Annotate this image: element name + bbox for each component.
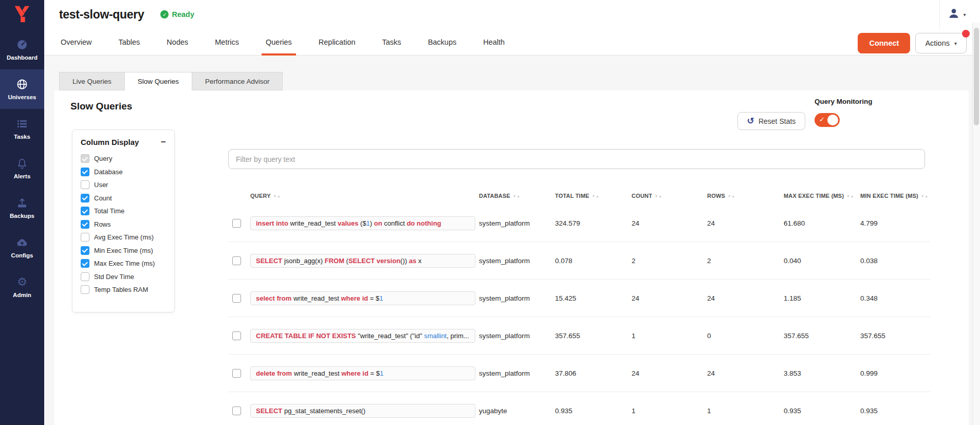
table-column-header[interactable]: MAX EXEC TIME (MS) ▼▲	[784, 193, 860, 199]
queries-subtab[interactable]: Live Queries	[59, 72, 125, 90]
cloud-upload-icon	[16, 236, 28, 249]
checkbox[interactable]	[81, 207, 89, 215]
universe-tab[interactable]: Tables	[105, 29, 153, 55]
sidebar-item-dashboard[interactable]: Dashboard	[0, 30, 44, 69]
table-column-header[interactable]: DATABASE ▼▲	[479, 193, 555, 199]
table-column-header[interactable]: COUNT ▼▲	[632, 193, 707, 199]
universe-tab[interactable]: Backups	[415, 29, 470, 55]
universe-tab[interactable]: Metrics	[201, 29, 252, 55]
sql-token: 1	[366, 219, 370, 227]
query-text-box[interactable]: select from write_read_test where id = $…	[250, 291, 475, 305]
universe-tab[interactable]: Queries	[252, 29, 305, 55]
actions-button[interactable]: Actions ▾	[915, 33, 967, 53]
checkbox[interactable]	[81, 180, 89, 189]
sidebar-item-backups[interactable]: Backups	[0, 188, 44, 228]
sql-token: where id	[341, 294, 369, 302]
row-checkbox[interactable]	[232, 219, 241, 228]
universe-tab[interactable]: Nodes	[153, 29, 201, 55]
cell-query: SELECT jsonb_agg(x) FROM (SELECT version…	[250, 254, 479, 268]
list-icon	[16, 118, 28, 130]
column-display-option[interactable]: Min Exec Time (ms)	[72, 244, 174, 257]
sidebar-item-configs[interactable]: Configs	[0, 228, 44, 267]
table-column-header[interactable]: TOTAL TIME ▼▲	[555, 193, 632, 199]
cell-max-exec-time: 3.853	[784, 369, 860, 377]
universe-tab[interactable]: Overview	[47, 29, 105, 55]
query-text-box[interactable]: CREATE TABLE IF NOT EXISTS "write_read_t…	[250, 329, 475, 343]
column-display-option[interactable]: Avg Exec Time (ms)	[72, 231, 174, 244]
checkbox[interactable]	[81, 154, 89, 163]
cell-min-exec-time: 0.038	[860, 257, 930, 265]
table-column-header[interactable]: ROWS ▼▲	[707, 193, 784, 199]
scrollbar-thumb[interactable]	[974, 28, 979, 125]
row-checkbox[interactable]	[232, 406, 241, 415]
column-display-option[interactable]: Temp Tables RAM	[72, 283, 174, 297]
main-area: test-slow-query ✓ Ready ▾ Overview Table…	[44, 0, 980, 425]
checkbox[interactable]	[81, 272, 89, 281]
universe-tab-label: Overview	[61, 38, 91, 46]
column-display-option[interactable]: Query	[72, 152, 174, 165]
column-display-option[interactable]: Count	[72, 192, 174, 205]
cell-select	[228, 256, 250, 265]
connect-button[interactable]: Connect	[858, 33, 910, 53]
reset-stats-button[interactable]: ↺ Reset Stats	[737, 112, 805, 130]
query-text-box[interactable]: SELECT pg_stat_statements_reset()	[250, 404, 475, 418]
column-display-option[interactable]: Database	[72, 165, 174, 179]
sql-token: values	[338, 219, 360, 227]
checkbox[interactable]	[81, 168, 89, 176]
query-filter-input[interactable]	[228, 149, 925, 169]
table-row: SELECT jsonb_agg(x) FROM (SELECT version…	[228, 242, 930, 280]
row-checkbox[interactable]	[232, 256, 241, 265]
cell-rows: 1	[707, 407, 784, 415]
sidebar-item-label: Universes	[8, 94, 36, 100]
column-display-option[interactable]: User	[72, 178, 174, 192]
column-display-option-label: Total Time	[94, 207, 124, 215]
checkbox[interactable]	[81, 194, 89, 202]
checkbox[interactable]	[81, 233, 89, 242]
column-display-option[interactable]: Max Exec Time (ms)	[72, 257, 174, 270]
table-column-header[interactable]: MIN EXEC TIME (MS) ▼▲	[860, 193, 930, 199]
universe-tab[interactable]: Tasks	[369, 29, 415, 55]
cell-total-time: 0.078	[555, 257, 632, 265]
sort-icon: ▼▲	[513, 194, 521, 198]
universe-tab[interactable]: Replication	[305, 29, 369, 55]
column-display-option[interactable]: Rows	[72, 218, 174, 231]
sidebar-item-tasks[interactable]: Tasks	[0, 109, 44, 149]
query-text-box[interactable]: insert into write_read_test values ($1) …	[250, 216, 475, 230]
sidebar-item-admin[interactable]: ⚙ Admin	[0, 267, 44, 307]
checkbox[interactable]	[81, 220, 89, 229]
sql-token: write_read_test	[290, 219, 338, 227]
cell-database: system_platform	[479, 257, 555, 265]
collapse-minus-icon[interactable]: −	[161, 138, 166, 146]
cell-query: CREATE TABLE IF NOT EXISTS "write_read_t…	[250, 329, 479, 343]
universe-tab-label: Replication	[319, 38, 356, 46]
query-text-box[interactable]: delete from write_read_test where id = $…	[250, 366, 475, 380]
cell-count: 2	[632, 257, 707, 265]
row-checkbox[interactable]	[232, 369, 241, 378]
row-checkbox[interactable]	[232, 331, 241, 340]
checkbox[interactable]	[81, 285, 89, 294]
sql-token: 1	[380, 369, 383, 377]
universe-tab[interactable]: Health	[470, 29, 518, 55]
column-display-option[interactable]: Total Time	[72, 205, 174, 218]
column-display-option[interactable]: Std Dev Time	[72, 270, 174, 284]
cell-max-exec-time: 0.040	[784, 257, 860, 265]
query-monitoring-toggle[interactable]: ✓	[815, 113, 840, 127]
user-menu[interactable]: ▾	[939, 0, 973, 29]
cell-max-exec-time: 61.680	[784, 219, 860, 227]
row-checkbox[interactable]	[232, 294, 241, 303]
table-column-header[interactable]: QUERY ▼▲	[250, 193, 479, 199]
cell-total-time: 0.935	[555, 407, 632, 415]
sidebar-item-universes[interactable]: Universes	[0, 69, 44, 109]
yugabyte-logo[interactable]	[0, 0, 44, 30]
checkbox[interactable]	[81, 259, 89, 268]
checkbox[interactable]	[81, 246, 89, 255]
queries-subtab-label: Slow Queries	[138, 78, 179, 85]
queries-subtab[interactable]: Performance Advisor	[192, 72, 283, 90]
reset-icon: ↺	[747, 117, 754, 125]
cell-total-time: 357.655	[555, 332, 632, 340]
queries-subtab[interactable]: Slow Queries	[124, 72, 192, 90]
query-text-box[interactable]: SELECT jsonb_agg(x) FROM (SELECT version…	[250, 254, 475, 268]
sidebar-item-alerts[interactable]: Alerts	[0, 149, 44, 188]
column-display-title: Column Display	[81, 138, 139, 146]
sql-token: delete from	[256, 369, 294, 377]
